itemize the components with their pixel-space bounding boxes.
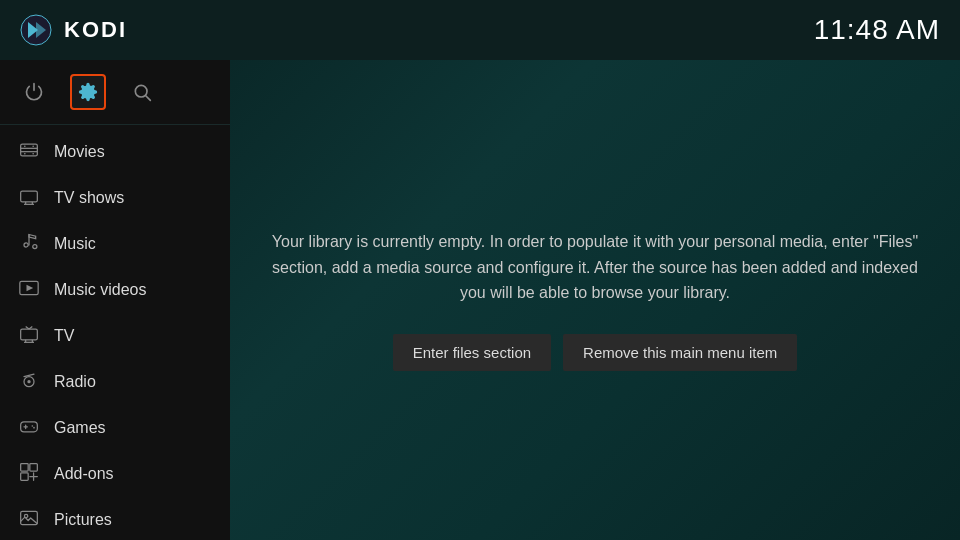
svg-rect-5	[21, 144, 38, 156]
power-icon	[24, 82, 44, 102]
current-time: 11:48 AM	[814, 14, 940, 46]
power-button[interactable]	[16, 74, 52, 110]
tv-live-icon	[18, 324, 40, 348]
nav-menu: Movies TV shows	[0, 125, 230, 540]
svg-point-6	[24, 145, 26, 147]
empty-library-actions: Enter files section Remove this main men…	[270, 334, 920, 371]
enter-files-button[interactable]: Enter files section	[393, 334, 551, 371]
svg-point-7	[32, 145, 34, 147]
empty-library-box: Your library is currently empty. In orde…	[270, 229, 920, 371]
svg-point-27	[27, 380, 30, 383]
kodi-logo-icon	[20, 14, 52, 46]
sidebar-item-pictures[interactable]: Pictures	[0, 497, 230, 540]
sidebar-item-pictures-label: Pictures	[54, 511, 112, 529]
music-icon	[18, 232, 40, 256]
sidebar-item-addons-label: Add-ons	[54, 465, 114, 483]
sidebar-item-tvshows[interactable]: TV shows	[0, 175, 230, 221]
app-title: KODI	[64, 17, 127, 43]
svg-rect-34	[30, 464, 38, 472]
sidebar-item-games[interactable]: Games	[0, 405, 230, 451]
remove-menu-item-button[interactable]: Remove this main menu item	[563, 334, 797, 371]
addons-icon	[18, 462, 40, 486]
musicvideos-icon	[18, 278, 40, 302]
svg-point-31	[32, 425, 34, 427]
sidebar-item-games-label: Games	[54, 419, 106, 437]
games-icon	[18, 416, 40, 440]
sidebar-item-tv[interactable]: TV	[0, 313, 230, 359]
sidebar-item-musicvideos-label: Music videos	[54, 281, 146, 299]
empty-library-message: Your library is currently empty. In orde…	[270, 229, 920, 306]
search-button[interactable]	[124, 74, 160, 110]
main-layout: Movies TV shows	[0, 60, 960, 540]
svg-line-4	[146, 96, 151, 101]
svg-point-32	[33, 427, 35, 429]
sidebar-item-music-label: Music	[54, 235, 96, 253]
search-icon	[132, 82, 152, 102]
svg-rect-33	[21, 464, 29, 472]
svg-rect-12	[21, 191, 38, 202]
sidebar-item-musicvideos[interactable]: Music videos	[0, 267, 230, 313]
sidebar-item-tv-label: TV	[54, 327, 74, 345]
sidebar-item-music[interactable]: Music	[0, 221, 230, 267]
movies-icon	[18, 140, 40, 164]
tvshows-icon	[18, 186, 40, 210]
sidebar-item-radio-label: Radio	[54, 373, 96, 391]
radio-icon	[18, 370, 40, 394]
sidebar-item-radio[interactable]: Radio	[0, 359, 230, 405]
main-content: Your library is currently empty. In orde…	[230, 60, 960, 540]
app-logo-area: KODI	[20, 14, 127, 46]
svg-rect-28	[21, 422, 38, 432]
svg-point-16	[24, 243, 28, 247]
sidebar-item-movies-label: Movies	[54, 143, 105, 161]
svg-rect-20	[21, 329, 38, 340]
svg-point-9	[32, 153, 34, 155]
settings-gear-icon	[78, 82, 98, 102]
sidebar-item-tvshows-label: TV shows	[54, 189, 124, 207]
svg-point-8	[24, 153, 26, 155]
sidebar-top-icons	[0, 60, 230, 125]
settings-button[interactable]	[70, 74, 106, 110]
svg-marker-19	[27, 285, 34, 292]
pictures-icon	[18, 508, 40, 532]
svg-rect-35	[21, 473, 29, 481]
sidebar-item-movies[interactable]: Movies	[0, 129, 230, 175]
svg-point-17	[33, 245, 37, 249]
top-bar: KODI 11:48 AM	[0, 0, 960, 60]
sidebar: Movies TV shows	[0, 60, 230, 540]
sidebar-item-addons[interactable]: Add-ons	[0, 451, 230, 497]
